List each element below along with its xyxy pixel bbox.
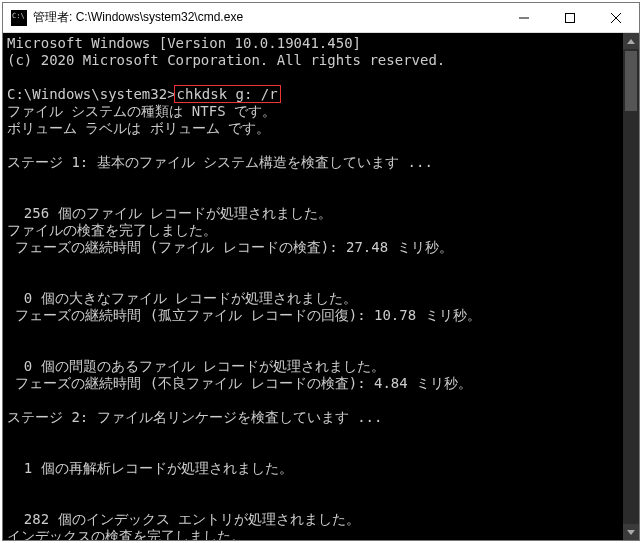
cmd-icon — [11, 10, 27, 26]
prompt: C:\Windows\system32> — [7, 86, 176, 102]
console-line: Microsoft Windows [Version 10.0.19041.45… — [7, 35, 635, 52]
console-line: 0 個の大きなファイル レコードが処理されました。 — [7, 290, 635, 307]
chevron-up-icon — [627, 39, 635, 44]
scroll-down-button[interactable] — [623, 524, 639, 540]
titlebar[interactable]: 管理者: C:\Windows\system32\cmd.exe — [3, 3, 639, 33]
console-line: ステージ 1: 基本のファイル システム構造を検査しています ... — [7, 154, 635, 171]
console-line — [7, 341, 635, 358]
console-output[interactable]: Microsoft Windows [Version 10.0.19041.45… — [3, 33, 639, 540]
console-line — [7, 324, 635, 341]
console-line: ボリューム ラベルは ボリューム です。 — [7, 120, 635, 137]
close-button[interactable] — [593, 3, 639, 33]
console-line: ステージ 2: ファイル名リンケージを検査しています ... — [7, 409, 635, 426]
console-line — [7, 494, 635, 511]
scrollbar[interactable] — [623, 33, 639, 540]
console-line: フェーズの継続時間 (孤立ファイル レコードの回復): 10.78 ミリ秒。 — [7, 307, 635, 324]
console-line: 282 個のインデックス エントリが処理されました。 — [7, 511, 635, 528]
console-line: フェーズの継続時間 (不良ファイル レコードの検査): 4.84 ミリ秒。 — [7, 375, 635, 392]
console-line — [7, 188, 635, 205]
console-line — [7, 443, 635, 460]
console-line — [7, 477, 635, 494]
console-line: (c) 2020 Microsoft Corporation. All righ… — [7, 52, 635, 69]
console-line — [7, 426, 635, 443]
console-line: ファイルの検査を完了しました。 — [7, 222, 635, 239]
scroll-up-button[interactable] — [623, 33, 639, 49]
console-line: ファイル システムの種類は NTFS です。 — [7, 103, 635, 120]
console-line — [7, 69, 635, 86]
svg-rect-1 — [566, 13, 575, 22]
minimize-button[interactable] — [501, 3, 547, 33]
highlighted-command: chkdsk g: /r — [174, 85, 281, 103]
console-line — [7, 137, 635, 154]
console-line: 0 個の問題のあるファイル レコードが処理されました。 — [7, 358, 635, 375]
maximize-button[interactable] — [547, 3, 593, 33]
console-line: 256 個のファイル レコードが処理されました。 — [7, 205, 635, 222]
console-line: インデックスの検査を完了しました。 — [7, 528, 635, 540]
console-line: フェーズの継続時間 (ファイル レコードの検査): 27.48 ミリ秒。 — [7, 239, 635, 256]
window-title: 管理者: C:\Windows\system32\cmd.exe — [33, 9, 501, 26]
console-line — [7, 273, 635, 290]
console-line — [7, 171, 635, 188]
chevron-down-icon — [627, 530, 635, 535]
console-line — [7, 256, 635, 273]
cmd-window: 管理者: C:\Windows\system32\cmd.exe Microso… — [2, 2, 640, 541]
scroll-thumb[interactable] — [625, 51, 637, 111]
console-line: 1 個の再解析レコードが処理されました。 — [7, 460, 635, 477]
console-line: C:\Windows\system32>chkdsk g: /r — [7, 86, 635, 103]
console-line — [7, 392, 635, 409]
